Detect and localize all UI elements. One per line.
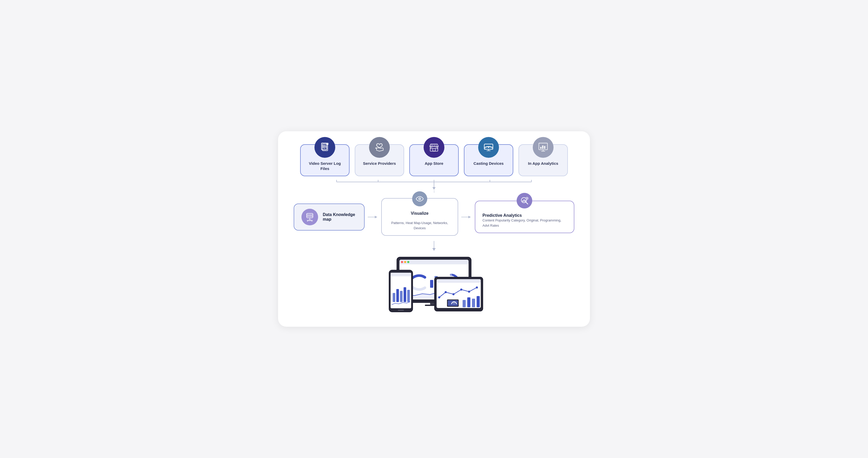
svg-rect-76 <box>396 289 399 302</box>
svg-rect-16 <box>431 147 432 149</box>
visualize-subtitle: Patterns, Heat Map-Usage, Networks, Devi… <box>389 220 450 231</box>
svg-rect-36 <box>307 213 313 215</box>
connector-lines-svg <box>311 180 557 190</box>
svg-point-64 <box>401 261 403 263</box>
svg-rect-56 <box>525 200 526 202</box>
database-icon <box>305 212 314 222</box>
svg-rect-77 <box>400 291 403 302</box>
svg-point-89 <box>476 286 478 288</box>
arrow-right-1 <box>365 214 381 220</box>
video-server-label: Video Server Log Files <box>306 161 344 171</box>
connector-bar <box>294 180 574 190</box>
svg-point-49 <box>419 199 420 200</box>
svg-point-86 <box>453 293 455 295</box>
main-container: Video Server Log Files Service Providers <box>278 131 590 327</box>
svg-point-88 <box>468 291 470 293</box>
svg-rect-90 <box>463 300 466 307</box>
svg-marker-60 <box>432 248 436 251</box>
predictive-subtitle: Content Popularity Category, Original, P… <box>483 218 561 227</box>
svg-rect-23 <box>540 147 541 149</box>
svg-point-66 <box>407 261 409 263</box>
visualize-card: Visualize Patterns, Heat Map-Usage, Netw… <box>381 198 458 236</box>
svg-point-84 <box>438 296 440 298</box>
document-icon <box>319 142 331 153</box>
data-knowledge-label: Data Knowledge map <box>323 212 357 222</box>
app-store-label: App Store <box>425 161 443 166</box>
app-store-icon-circle <box>424 137 444 158</box>
svg-rect-79 <box>407 290 410 302</box>
svg-rect-63 <box>399 260 469 264</box>
casting-devices-icon-circle <box>478 137 499 158</box>
svg-line-44 <box>308 220 309 220</box>
data-knowledge-map-card: Data Knowledge map <box>294 204 365 231</box>
cast-icon <box>483 142 494 153</box>
svg-rect-15 <box>433 148 435 151</box>
connector-middle <box>294 190 574 193</box>
svg-point-41 <box>307 220 308 221</box>
predictive-analytics-card: Predictive Analytics Content Popularity … <box>475 201 575 233</box>
svg-marker-47 <box>375 216 378 218</box>
svg-line-12 <box>433 144 433 146</box>
svg-rect-37 <box>307 216 313 218</box>
svg-rect-67 <box>430 280 433 288</box>
visualize-title: Visualize <box>411 211 429 216</box>
svg-point-65 <box>404 261 406 263</box>
sources-row: Video Server Log Files Service Providers <box>294 144 574 176</box>
svg-rect-78 <box>404 287 406 302</box>
svg-line-11 <box>431 144 432 146</box>
predictive-text-block: Predictive Analytics Content Popularity … <box>483 213 567 228</box>
svg-marker-51 <box>468 216 471 218</box>
middle-flow-row: Data Knowledge map Visualize Patterns, H… <box>294 198 574 236</box>
svg-point-87 <box>460 288 462 291</box>
svg-rect-80 <box>398 310 404 311</box>
video-server-icon-circle <box>314 137 335 158</box>
phone-icon <box>389 270 413 312</box>
hand-heart-icon <box>374 142 385 153</box>
predictive-icon-circle <box>517 193 532 209</box>
arrow-right-2 <box>458 214 475 220</box>
svg-rect-54 <box>522 201 523 202</box>
in-app-analytics-icon-circle <box>533 137 554 158</box>
svg-rect-25 <box>544 146 546 149</box>
source-card-casting-devices: Casting Devices <box>464 144 513 176</box>
svg-rect-55 <box>524 200 524 202</box>
data-knowledge-icon-circle <box>302 209 318 225</box>
source-card-service-providers: Service Providers <box>355 144 404 176</box>
svg-point-40 <box>309 219 311 221</box>
svg-line-14 <box>436 144 436 146</box>
source-card-in-app-analytics: In App Analytics <box>519 144 568 176</box>
svg-line-45 <box>311 220 312 220</box>
svg-marker-35 <box>432 187 436 190</box>
svg-rect-91 <box>467 297 470 307</box>
tablet-right-icon <box>434 277 484 312</box>
svg-rect-92 <box>472 299 475 307</box>
analytics-icon <box>537 142 549 153</box>
service-providers-label: Service Providers <box>363 161 396 166</box>
svg-rect-74 <box>391 273 411 276</box>
source-card-app-store: App Store <box>409 144 459 176</box>
visualize-icon-circle <box>412 191 427 206</box>
svg-point-85 <box>445 291 447 293</box>
casting-devices-label: Casting Devices <box>473 161 504 166</box>
store-icon <box>428 142 440 153</box>
predictive-icon <box>520 196 529 205</box>
svg-rect-24 <box>542 146 544 149</box>
devices-section <box>294 256 574 314</box>
svg-rect-93 <box>476 296 480 307</box>
in-app-analytics-label: In App Analytics <box>528 161 558 166</box>
svg-rect-75 <box>393 293 395 302</box>
svg-rect-17 <box>436 147 437 149</box>
svg-line-53 <box>526 202 528 204</box>
arrow-down-to-devices <box>294 241 574 251</box>
svg-point-42 <box>311 220 312 221</box>
source-card-video-server: Video Server Log Files <box>300 144 349 176</box>
svg-point-58 <box>527 198 528 199</box>
eye-icon <box>415 195 424 203</box>
svg-rect-83 <box>437 279 481 283</box>
devices-wrapper <box>384 256 484 314</box>
predictive-title: Predictive Analytics <box>483 213 522 218</box>
service-providers-icon-circle <box>369 137 390 158</box>
svg-point-19 <box>488 147 489 148</box>
